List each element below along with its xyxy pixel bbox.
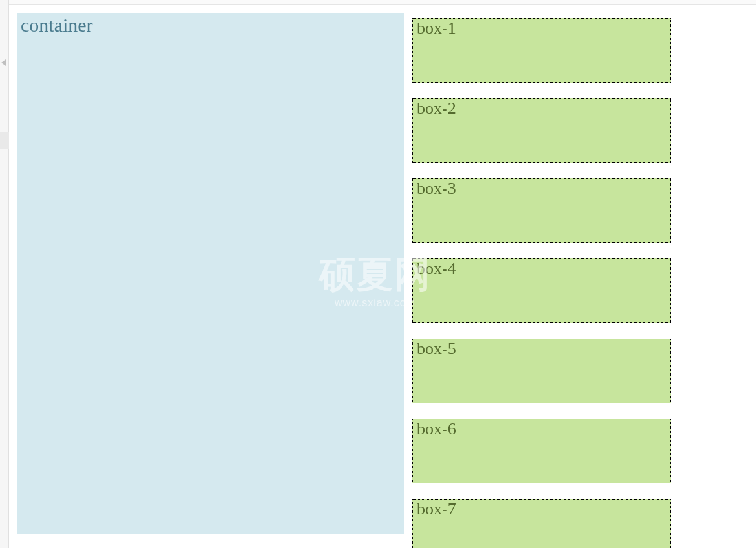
box-item: box-7 [412,499,671,548]
collapse-arrow-icon[interactable] [1,59,6,66]
box-item: box-6 [412,419,671,483]
box-label: box-4 [417,259,456,278]
boxes-column: box-1 box-2 box-3 box-4 box-5 box-6 box-… [412,18,671,548]
box-item: box-4 [412,258,671,323]
box-item: box-1 [412,18,671,83]
box-label: box-3 [417,179,456,198]
box-item: box-5 [412,339,671,403]
box-item: box-2 [412,98,671,163]
left-sidebar-tab[interactable] [0,132,9,149]
box-item: box-3 [412,178,671,243]
container-label: container [21,14,93,36]
container-panel: container [17,13,404,534]
box-label: box-7 [417,500,456,518]
preview-canvas: container box-1 box-2 box-3 box-4 box-5 … [9,5,756,548]
left-sidebar-strip [0,0,9,548]
top-border [0,4,756,5]
box-label: box-1 [417,19,456,37]
box-label: box-5 [417,339,456,358]
box-label: box-2 [417,99,456,118]
box-label: box-6 [417,419,456,438]
